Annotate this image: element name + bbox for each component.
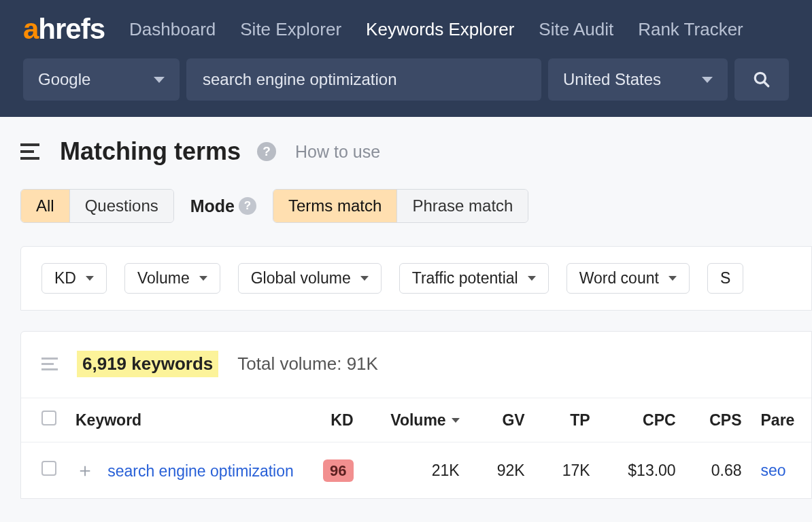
- chevron-down-icon: [702, 77, 713, 83]
- col-kd[interactable]: KD: [303, 398, 363, 442]
- col-parent[interactable]: Pare: [751, 398, 812, 442]
- chevron-down-icon: [154, 77, 165, 83]
- keyword-input-wrap[interactable]: [186, 58, 541, 101]
- cell-cps: 0.68: [686, 442, 751, 499]
- filter-word-count[interactable]: Word count: [566, 263, 690, 294]
- expand-icon[interactable]: ＋: [75, 459, 95, 481]
- chevron-down-icon: [86, 276, 94, 281]
- country-value: United States: [563, 70, 661, 89]
- search-row: Google United States: [0, 58, 812, 101]
- kd-badge: 96: [323, 459, 353, 482]
- table-header-row: Keyword KD Volume GV TP CPC CPS Pare: [21, 398, 811, 442]
- filters-row: KD Volume Global volume Traffic potentia…: [41, 263, 811, 310]
- nav-keywords-explorer[interactable]: Keywords Explorer: [366, 19, 514, 40]
- tab-questions[interactable]: Questions: [69, 190, 173, 222]
- filter-global-volume[interactable]: Global volume: [238, 263, 382, 294]
- tab-terms-match[interactable]: Terms match: [273, 190, 396, 222]
- col-cps[interactable]: CPS: [686, 398, 751, 442]
- keyword-link[interactable]: search engine optimization: [107, 462, 294, 480]
- total-volume: Total volume: 91K: [237, 353, 378, 375]
- chevron-down-icon: [669, 276, 677, 281]
- filters-panel: KD Volume Global volume Traffic potentia…: [20, 246, 812, 311]
- title-bar: Matching terms ? How to use: [20, 137, 812, 166]
- nav-site-explorer[interactable]: Site Explorer: [240, 19, 341, 40]
- col-cpc[interactable]: CPC: [600, 398, 686, 442]
- help-icon[interactable]: ?: [257, 142, 276, 161]
- top-bar: ahrefs Dashboard Site Explorer Keywords …: [0, 0, 812, 117]
- keyword-input[interactable]: [203, 70, 525, 89]
- search-button[interactable]: [734, 58, 789, 101]
- cell-volume: 21K: [363, 442, 469, 499]
- nav-rank-tracker[interactable]: Rank Tracker: [638, 19, 743, 40]
- logo-prefix: a: [23, 13, 38, 45]
- menu-icon[interactable]: [20, 143, 41, 160]
- filter-kd[interactable]: KD: [41, 263, 107, 294]
- nav-site-audit[interactable]: Site Audit: [539, 19, 613, 40]
- col-gv[interactable]: GV: [469, 398, 535, 442]
- logo-rest: hrefs: [38, 13, 105, 45]
- filter-volume[interactable]: Volume: [124, 263, 220, 294]
- results-panel: 6,919 keywords Total volume: 91K Keyword…: [20, 331, 812, 499]
- row-checkbox[interactable]: [41, 461, 56, 476]
- tab-phrase-match[interactable]: Phrase match: [396, 190, 528, 222]
- tab-all[interactable]: All: [21, 190, 69, 222]
- help-icon[interactable]: ?: [239, 197, 256, 215]
- nav-row: ahrefs Dashboard Site Explorer Keywords …: [0, 0, 812, 58]
- table-row: ＋ search engine optimization 96 21K 92K …: [21, 442, 811, 499]
- cell-gv: 92K: [469, 442, 535, 499]
- tabs-row: All Questions Mode ? Terms match Phrase …: [20, 189, 812, 223]
- filter-more[interactable]: S: [707, 263, 743, 294]
- cell-tp: 17K: [535, 442, 600, 499]
- search-icon: [753, 71, 771, 88]
- svg-line-1: [764, 82, 768, 86]
- search-engine-value: Google: [38, 70, 90, 89]
- mode-label-text: Mode: [190, 196, 235, 216]
- list-icon[interactable]: [41, 358, 58, 370]
- parent-link[interactable]: seo: [761, 462, 786, 479]
- col-keyword[interactable]: Keyword: [66, 398, 303, 442]
- summary-row: 6,919 keywords Total volume: 91K: [21, 332, 811, 398]
- col-volume[interactable]: Volume: [363, 398, 469, 442]
- mode-label: Mode ?: [190, 196, 256, 216]
- chevron-down-icon: [360, 276, 369, 281]
- keyword-count: 6,919 keywords: [77, 351, 218, 377]
- content: Matching terms ? How to use All Question…: [0, 117, 812, 499]
- search-engine-select[interactable]: Google: [23, 58, 180, 101]
- keywords-table: Keyword KD Volume GV TP CPC CPS Pare: [21, 398, 811, 498]
- col-tp[interactable]: TP: [535, 398, 600, 442]
- logo[interactable]: ahrefs: [23, 15, 105, 44]
- view-tabs: All Questions: [20, 189, 174, 223]
- country-select[interactable]: United States: [548, 58, 728, 101]
- sort-desc-icon: [452, 418, 460, 423]
- chevron-down-icon: [528, 276, 536, 281]
- mode-tabs: Terms match Phrase match: [273, 189, 528, 223]
- cell-cpc: $13.00: [600, 442, 686, 499]
- nav-dashboard[interactable]: Dashboard: [129, 19, 216, 40]
- filter-traffic-potential[interactable]: Traffic potential: [399, 263, 549, 294]
- how-to-use-link[interactable]: How to use: [295, 142, 380, 162]
- chevron-down-icon: [199, 276, 207, 281]
- select-all-checkbox[interactable]: [41, 411, 56, 425]
- page-title: Matching terms: [60, 137, 241, 166]
